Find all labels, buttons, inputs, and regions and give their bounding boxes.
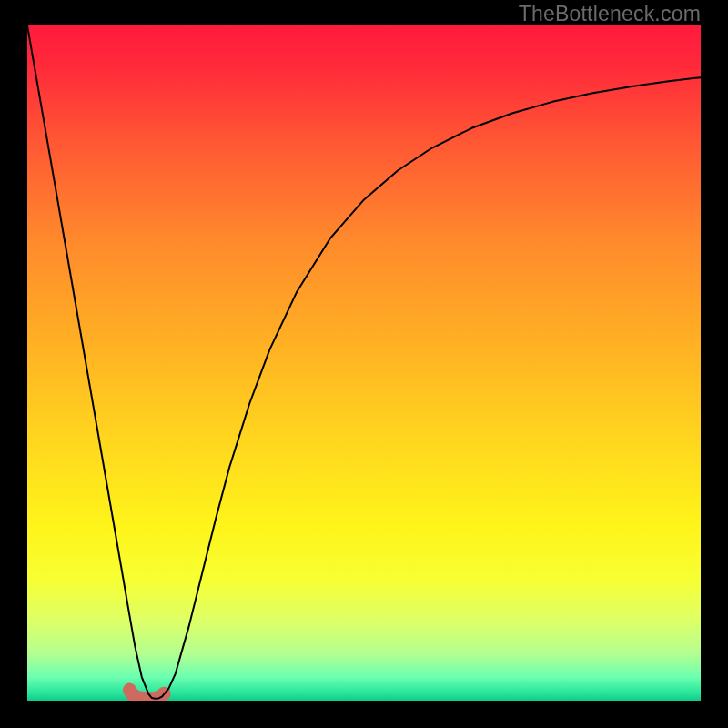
chart-background [27, 25, 701, 701]
chart-frame [27, 25, 701, 701]
watermark-text: TheBottleneck.com [519, 2, 701, 26]
bottleneck-chart [27, 25, 701, 701]
